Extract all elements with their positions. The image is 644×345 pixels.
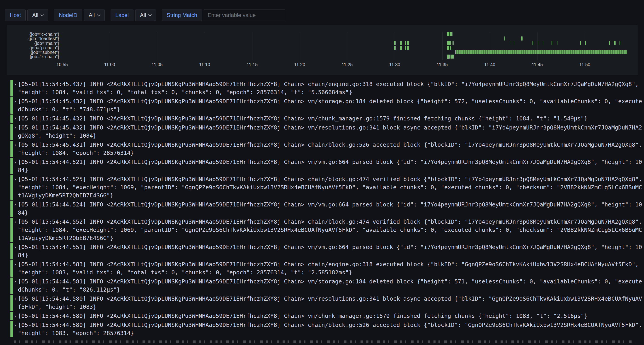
log-message: [05-01|15:54:44.552] INFO <2AcRkXTLLtQjv… [18,218,643,242]
log-volume-tick [396,46,396,50]
log-row[interactable]: ›[05-01|15:54:44.581] INFO <2AcRkXTLLtQj… [10,277,643,294]
log-row[interactable]: ›[05-01|15:54:44.525] INFO <2AcRkXTLLtQj… [10,175,643,200]
log-level-bar [10,218,13,242]
variable-group-label: Label All [110,9,156,21]
x-axis-label: 11:30 [384,62,405,67]
log-row[interactable]: ›[05-01|15:54:44.580] INFO <2AcRkXTLLtQj… [10,294,643,312]
log-row[interactable]: ›[05-01|15:54:44.580] INFO <2AcRkXTLLtQj… [10,321,643,338]
log-volume-tick [552,41,552,45]
x-axis-label: 11:20 [290,62,310,67]
log-level-bar [10,80,13,96]
log-row[interactable]: ›[05-01|15:54:44.521] INFO <2AcRkXTLLtQj… [10,158,643,175]
log-level-bar [10,141,13,157]
expand-chevron-icon[interactable]: › [13,80,17,96]
grafana-dashboard: Host All NodeID All Label All String Mat… [0,0,644,345]
variable-group-nodeid: NodeID All [54,9,105,21]
chart-legend: {job="c-chain"}{job="loadtest"}{job="mai… [9,25,59,75]
x-gridline [537,32,538,60]
log-volume-tick [532,41,533,45]
x-gridline [490,32,490,60]
expand-chevron-icon[interactable]: › [13,243,17,259]
log-message: [05-01|15:54:44.521] INFO <2AcRkXTLLtQjv… [18,158,643,174]
expand-chevron-icon[interactable]: › [13,158,17,174]
log-volume-tick [396,41,396,45]
x-gridline [300,32,300,60]
x-axis-label: 11:45 [527,62,548,67]
log-level-bar [10,124,13,140]
log-row[interactable]: ›[05-01|15:54:44.524] INFO <2AcRkXTLLtQj… [10,200,643,217]
string-match-input[interactable] [204,9,285,21]
log-message: [05-01|15:54:44.580] INFO <2AcRkXTLLtQjv… [18,295,643,311]
x-axis-label: 11:35 [432,62,452,67]
variable-label-host: Host [5,9,26,21]
log-volume-tick [452,41,453,45]
x-axis-label: 11:50 [575,62,595,67]
log-volume-tick [449,54,450,59]
log-level-bar [10,201,13,217]
log-volume-tick [609,41,610,45]
log-volume-panel: 10:5511:0011:0511:1011:1511:2011:2511:30… [7,25,638,75]
variable-group-host: Host All [5,9,48,21]
log-level-bar [10,158,13,174]
x-gridline [347,32,348,60]
expand-chevron-icon[interactable]: › [13,312,17,320]
x-axis-label: 11:25 [337,62,357,67]
log-volume-tick [451,32,452,36]
chart-plot-area[interactable]: 10:5511:0011:0511:1011:1511:2011:2511:30… [7,25,638,75]
log-row[interactable]: ›[05-01|15:54:45.437] INFO <2AcRkXTLLtQj… [10,80,643,97]
x-gridline [62,32,62,60]
expand-chevron-icon[interactable]: › [13,141,17,157]
log-volume-tick [447,32,449,36]
log-volume-tick [504,36,505,40]
expand-chevron-icon[interactable]: › [13,115,17,123]
log-volume-tick [453,46,453,50]
log-volume-tick [400,46,401,50]
expand-chevron-icon[interactable]: › [13,295,17,311]
variable-value-host-text: All [32,12,38,18]
log-volume-tick [451,54,452,59]
string-match-label: String Match [162,9,202,21]
log-row[interactable]: ›[05-01|15:54:45.432] INFO <2AcRkXTLLtQj… [10,114,643,123]
log-row[interactable]: ›[05-01|15:54:44.552] INFO <2AcRkXTLLtQj… [10,217,643,243]
log-message: [05-01|15:54:44.580] INFO <2AcRkXTLLtQjv… [18,312,643,320]
x-axis-label: 11:40 [480,62,500,67]
variable-value-host[interactable]: All [28,9,48,21]
log-row[interactable]: ›[05-01|15:54:45.432] INFO <2AcRkXTLLtQj… [10,97,643,114]
expand-chevron-icon[interactable]: › [13,218,17,242]
expand-chevron-icon[interactable]: › [13,175,17,200]
logs-panel: ›[05-01|15:54:45.437] INFO <2AcRkXTLLtQj… [10,80,643,338]
expand-chevron-icon[interactable]: › [13,97,17,114]
x-gridline [157,32,157,60]
log-volume-tick [452,32,453,36]
legend-label[interactable]: {job="x-chain"} [30,54,59,59]
log-level-bar [10,97,13,114]
x-gridline [110,32,110,60]
log-message: [05-01|15:54:44.580] INFO <2AcRkXTLLtQjv… [18,321,643,337]
x-gridline [585,32,585,60]
expand-chevron-icon[interactable]: › [13,124,17,140]
log-row[interactable]: ›[05-01|15:54:44.551] INFO <2AcRkXTLLtQj… [10,243,643,260]
log-level-bar [10,321,13,337]
log-row[interactable]: ›[05-01|15:54:44.583] INFO <2AcRkXTLLtQj… [10,260,643,277]
log-volume-tick [401,46,402,50]
log-row[interactable]: ›[05-01|15:54:45.431] INFO <2AcRkXTLLtQj… [10,140,643,158]
expand-chevron-icon[interactable]: › [13,321,17,337]
x-gridline [442,32,442,60]
log-volume-tick [450,46,451,50]
x-gridline [204,32,205,60]
expand-chevron-icon[interactable]: › [13,201,17,217]
variable-value-label-text: All [140,12,146,18]
log-row[interactable]: ›[05-01|15:54:44.580] INFO <2AcRkXTLLtQj… [10,312,643,321]
log-level-bar [10,260,13,277]
log-volume-tick [620,41,620,45]
log-message: [05-01|15:54:45.432] INFO <2AcRkXTLLtQjv… [18,115,643,123]
log-volume-tick [538,41,538,45]
variable-value-label[interactable]: All [135,9,156,21]
log-level-bar [10,295,13,311]
log-volume-tick [405,41,406,45]
variable-value-nodeid[interactable]: All [84,9,105,21]
log-volume-tick [557,41,558,45]
expand-chevron-icon[interactable]: › [13,260,17,277]
log-row[interactable]: ›[05-01|15:54:45.432] INFO <2AcRkXTLLtQj… [10,123,643,140]
expand-chevron-icon[interactable]: › [13,278,17,294]
